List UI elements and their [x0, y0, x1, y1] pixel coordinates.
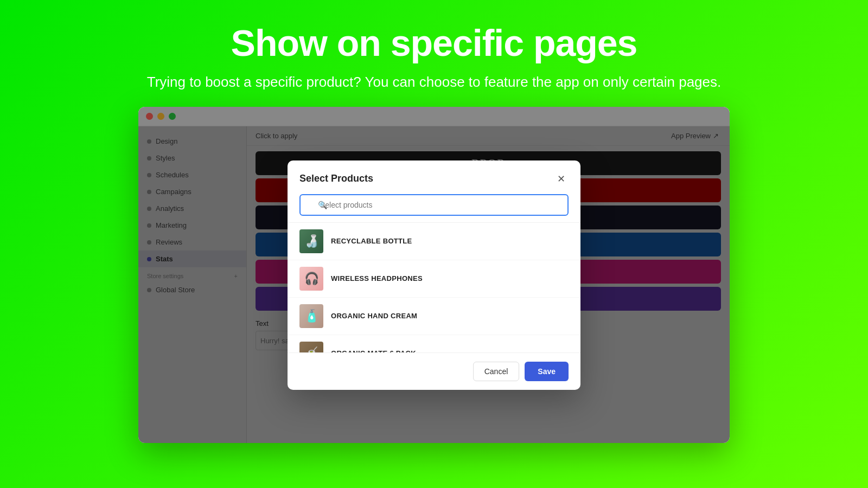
select-products-modal: Select Products ✕ 🔍 🍶 RECYCLABLE BOTTLE [288, 160, 580, 390]
product-item-recyclable-bottle[interactable]: 🍶 RECYCLABLE BOTTLE [288, 223, 580, 260]
mac-window: Design Styles Schedules Campaigns Analyt… [138, 107, 730, 443]
product-list: 🍶 RECYCLABLE BOTTLE 🎧 WIRELESS HEADPHONE… [288, 222, 580, 352]
product-thumb-headphones: 🎧 [299, 267, 323, 291]
modal-close-button[interactable]: ✕ [553, 171, 569, 187]
product-item-organic-hand-cream[interactable]: 🧴 ORGANIC HAND CREAM [288, 298, 580, 335]
modal-search-wrapper: 🔍 [288, 194, 580, 222]
hero-subtitle: Trying to boost a specific product? You … [147, 74, 722, 91]
product-search-input[interactable] [299, 194, 569, 216]
product-name: RECYCLABLE BOTTLE [331, 237, 412, 245]
product-name: WIRELESS HEADPHONES [331, 274, 423, 282]
hero-title: Show on specific pages [231, 22, 637, 64]
modal-title: Select Products [299, 173, 373, 184]
modal-overlay: Select Products ✕ 🔍 🍶 RECYCLABLE BOTTLE [138, 107, 730, 443]
product-thumb-mate: 🧉 [299, 342, 323, 352]
cancel-button[interactable]: Cancel [473, 362, 520, 381]
modal-footer: Cancel Save [288, 352, 580, 390]
product-thumb-bottle: 🍶 [299, 229, 323, 253]
product-thumb-handcream: 🧴 [299, 304, 323, 328]
product-name: ORGANIC HAND CREAM [331, 312, 417, 320]
product-item-wireless-headphones[interactable]: 🎧 WIRELESS HEADPHONES [288, 260, 580, 298]
product-item-organic-mate[interactable]: 🧉 ORGANIC MATE 6 PACK [288, 335, 580, 352]
product-name: ORGANIC MATE 6 PACK [331, 349, 416, 352]
save-button[interactable]: Save [525, 362, 569, 381]
modal-header: Select Products ✕ [288, 160, 580, 194]
modal-search-container: 🔍 [299, 194, 569, 216]
